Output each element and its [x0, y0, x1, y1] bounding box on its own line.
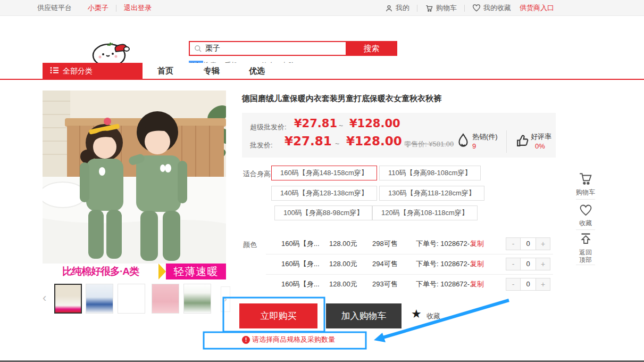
wholesale-price-label: 批发价: — [250, 141, 273, 150]
divider — [417, 5, 417, 12]
divider — [576, 265, 595, 265]
rating-label: 好评率 — [531, 132, 551, 142]
header: 搜索 热门搜索: 手机 123 汽车 电脑 — [0, 17, 644, 63]
minus-button[interactable]: - — [506, 258, 521, 270]
banner-right-text: 轻薄速暖 — [166, 264, 226, 279]
sku-price: 128.00元 — [329, 256, 357, 272]
sku-name: 160码【身... — [281, 276, 320, 292]
add-to-cart-button[interactable]: 加入购物车 — [326, 303, 402, 328]
logout-link[interactable]: 退出登录 — [124, 3, 152, 13]
platform-label: 供应链平台 — [37, 3, 72, 13]
sku-row: 160码【身... 128.00元 298可售 下单号: 1028672-...… — [242, 236, 556, 252]
sku-order-no: 下单号: 1028672-... — [416, 236, 475, 252]
supplier-entry-link[interactable]: 供货商入口 — [520, 3, 554, 13]
size-option-160[interactable]: 160码【身高148-158cm穿】 — [271, 166, 377, 180]
tilde: ~ — [335, 139, 339, 148]
divider — [116, 5, 116, 12]
rating-value: 0% — [535, 142, 545, 150]
copy-button[interactable]: 复制 — [470, 256, 484, 272]
prev-thumbnail-arrow[interactable]: ‹ — [43, 291, 46, 305]
retail-price: 零售价: ¥581.00 — [404, 139, 454, 149]
sku-stock: 294可售 — [372, 256, 398, 272]
favorite-label[interactable]: 收藏 — [426, 311, 440, 321]
sku-price: 128.00元 — [329, 276, 357, 292]
sidebar-favorite-button[interactable]: 收藏 — [573, 204, 598, 227]
topbar: 供应链平台 小栗子 退出登录 我的 购物车 — [0, 0, 644, 16]
sku-stock: 293可售 — [372, 276, 398, 292]
plus-button[interactable]: + — [536, 237, 550, 250]
list-icon — [50, 67, 58, 76]
sku-name: 160码【身... — [281, 236, 320, 252]
error-message: ! 请选择商品规格及采购数量 — [242, 335, 335, 344]
size-option-140[interactable]: 140码【身高128-138cm穿】 — [271, 186, 377, 201]
banner-left-text: 比纯棉好很多·A类 — [43, 264, 158, 279]
next-thumbnail-button[interactable]: › — [221, 286, 230, 312]
error-text: 请选择商品规格及采购数量 — [252, 335, 335, 344]
quantity-value[interactable]: 0 — [521, 278, 536, 291]
thumbnail-4[interactable] — [152, 284, 179, 314]
nav-featured[interactable]: 优选 — [249, 66, 265, 76]
navbar: 全部分类 首页 专辑 优选 — [0, 63, 644, 80]
hot-sales-value: 9 — [472, 142, 476, 150]
minus-button[interactable]: - — [506, 278, 521, 291]
plus-button[interactable]: + — [536, 278, 550, 291]
product-title: 德国磨绒儿童保暖内衣套装男童打底保暖衣女童秋衣秋裤 — [242, 94, 556, 104]
price-box: 超级批发价: ¥27.81 ~ ¥128.00 批发价: ¥27.81 ~ ¥1… — [242, 113, 556, 158]
flame-icon — [456, 133, 470, 151]
product-main-image[interactable]: 比纯棉好很多·A类 轻薄速暖 — [43, 90, 226, 279]
sku-price: 128.00元 — [329, 236, 357, 252]
thumbnail-2[interactable] — [86, 284, 113, 314]
size-option-100[interactable]: 100码【身高88-98cm穿】 — [274, 205, 372, 220]
kids-pajamas-photo — [43, 90, 226, 264]
thumbnail-1[interactable] — [54, 284, 82, 314]
topbar-cart-link[interactable]: 购物车 — [425, 3, 457, 13]
nav-home[interactable]: 首页 — [157, 66, 173, 76]
row-divider — [266, 254, 553, 254]
my-favorites-link[interactable]: 我的收藏 — [472, 3, 511, 13]
buy-now-button[interactable]: 立即购买 — [239, 303, 317, 328]
sidebar-cart-button[interactable]: 购物车 — [573, 172, 598, 196]
sku-stock: 298可售 — [372, 236, 398, 252]
all-categories-button[interactable]: 全部分类 — [43, 63, 143, 79]
username-link[interactable]: 小栗子 — [88, 3, 108, 13]
thumbnail-3[interactable] — [118, 284, 145, 314]
plus-button[interactable]: + — [536, 258, 550, 270]
thumbnail-5[interactable] — [183, 284, 211, 314]
cart-icon — [425, 4, 433, 12]
star-icon[interactable]: ★ — [411, 308, 422, 320]
my-account-link[interactable]: 我的 — [385, 3, 409, 13]
search-button[interactable]: 搜索 — [346, 41, 397, 56]
heart-icon — [472, 4, 481, 12]
quantity-stepper: - 0 + — [506, 237, 550, 250]
super-price-min: ¥27.81 — [294, 117, 337, 130]
cart-icon — [579, 178, 592, 187]
sku-row: 160码【身... 128.00元 294可售 下单号: 1028672-...… — [242, 256, 556, 272]
quantity-stepper: - 0 + — [506, 278, 550, 291]
size-option-label: 适合身高 — [243, 169, 271, 179]
divider — [464, 5, 465, 12]
minus-button[interactable]: - — [506, 237, 521, 250]
size-option-110[interactable]: 110码【身高98-108cm穿】 — [379, 166, 481, 180]
copy-button[interactable]: 复制 — [470, 276, 484, 292]
quantity-value[interactable]: 0 — [521, 237, 536, 250]
sku-order-no: 下单号: 1028672-... — [416, 276, 475, 292]
back-to-top-button[interactable]: 返回顶部 — [573, 233, 598, 264]
thumbs-up-icon — [516, 134, 529, 150]
size-option-120[interactable]: 120码【身高108-118cm穿】 — [372, 205, 478, 220]
promo-banner: 比纯棉好很多·A类 轻薄速暖 — [43, 264, 226, 279]
back-to-top-icon — [579, 238, 592, 247]
heart-icon — [579, 209, 592, 218]
copy-button[interactable]: 复制 — [470, 236, 484, 252]
wholesale-price-min: ¥27.81 — [285, 134, 332, 148]
tilde: ~ — [339, 121, 343, 130]
divider — [576, 199, 595, 200]
super-price-label: 超级批发价: — [250, 122, 287, 132]
next-thumbnail-arrow: › — [224, 294, 227, 304]
size-option-130[interactable]: 130码【身高118-128cm穿】 — [379, 186, 484, 201]
nav-albums[interactable]: 专辑 — [204, 66, 220, 76]
search-box: 搜索 — [189, 41, 396, 56]
sku-order-no: 下单号: 1028672-... — [416, 256, 475, 272]
quantity-value[interactable]: 0 — [521, 258, 536, 270]
user-icon — [385, 4, 393, 12]
error-icon: ! — [242, 336, 250, 344]
